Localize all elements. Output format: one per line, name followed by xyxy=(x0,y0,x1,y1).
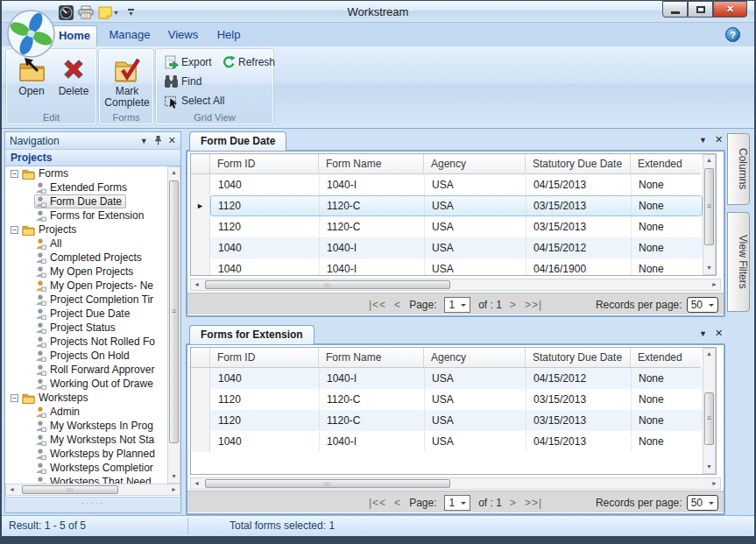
table-row[interactable]: 1040 1040-I USA 04/15/2012 None xyxy=(191,368,716,389)
scroll-left-icon[interactable]: ◄ xyxy=(191,279,202,291)
scroll-right-icon[interactable]: ► xyxy=(168,484,180,496)
column-header-extended[interactable]: Extended xyxy=(631,348,701,368)
note-icon[interactable]: ▼ xyxy=(97,4,120,21)
tree-item-my-open-projects[interactable]: My Open Projects xyxy=(34,265,134,279)
tree-item-projects-not-rolled[interactable]: Projects Not Rolled Fo xyxy=(34,335,156,349)
tree-item-roll-forward-approver[interactable]: Roll Forward Approver xyxy=(34,363,155,377)
tree-item-worksteps-by-planned[interactable]: Worksteps by Planned xyxy=(34,447,156,461)
scroll-right-icon[interactable]: ► xyxy=(709,478,720,490)
pager-prev-button[interactable]: < xyxy=(394,299,401,311)
print-icon[interactable] xyxy=(77,4,95,21)
tree-scrollbar-thumb[interactable] xyxy=(169,180,179,443)
table-row-selected[interactable]: ► 1120 1120-C USA 03/15/2013 None xyxy=(191,195,716,216)
panel-collapse-icon[interactable]: ▼ xyxy=(699,134,707,146)
side-tab-columns[interactable]: Columns xyxy=(727,133,750,205)
panel-collapse-icon[interactable]: ▼ xyxy=(699,328,707,340)
table-row[interactable]: 1040 1040-I USA 04/15/2013 None xyxy=(191,431,716,452)
tree-item-projects-on-hold[interactable]: Projects On Hold xyxy=(34,349,131,363)
table-row[interactable]: 1120 1120-C USA 03/15/2013 None xyxy=(191,410,716,431)
tree-item-form-due-date-selected[interactable]: Form Due Date xyxy=(34,194,126,208)
tree-item-worksteps[interactable]: Worksteps xyxy=(10,391,88,405)
pager-page-select[interactable]: 1 xyxy=(444,297,470,313)
collapse-expander-icon[interactable] xyxy=(11,170,18,178)
help-icon[interactable]: ? xyxy=(725,27,740,42)
tree-item-project-status[interactable]: Project Status xyxy=(34,321,117,335)
tree-item-worksteps-completion[interactable]: Worksteps Completior xyxy=(34,461,154,475)
pin-icon[interactable] xyxy=(154,135,162,147)
app-logo-icon[interactable] xyxy=(7,10,55,58)
tree-item-admin[interactable]: Admin xyxy=(34,405,81,419)
scroll-left-icon[interactable]: ◄ xyxy=(6,484,18,496)
table-row[interactable]: 1040 1040-I USA 04/15/2012 None xyxy=(191,237,716,258)
pager-next-button[interactable]: > xyxy=(510,497,517,509)
tree-item-all[interactable]: All xyxy=(34,237,62,251)
open-button[interactable]: Open xyxy=(11,53,53,110)
column-header-agency[interactable]: Agency xyxy=(424,154,526,174)
find-button[interactable]: Find xyxy=(164,73,201,90)
table-row[interactable]: 1040 1040-I USA 04/16/1900 None xyxy=(191,258,716,276)
navigation-section-header[interactable]: Projects xyxy=(5,150,180,166)
grid-hscrollbar-thumb[interactable] xyxy=(205,280,450,289)
column-header-form-id[interactable]: Form ID xyxy=(210,154,319,174)
scroll-down-icon[interactable]: ▼ xyxy=(703,263,715,274)
nav-splitter-grip[interactable]: ····· xyxy=(5,497,180,512)
pager-next-button[interactable]: > xyxy=(510,299,517,311)
delete-button[interactable]: Delete xyxy=(53,53,95,110)
tree-item-forms[interactable]: Forms xyxy=(10,166,69,180)
collapse-expander-icon[interactable] xyxy=(11,226,18,234)
pager-page-select[interactable]: 1 xyxy=(444,495,470,511)
pager-first-button[interactable]: |<< xyxy=(369,299,386,311)
panel-tab-forms-for-extension[interactable]: Forms for Extension xyxy=(189,325,314,344)
panel-close-icon[interactable]: ✕ xyxy=(168,135,176,146)
grid-vertical-scrollbar[interactable]: ▲ ▼ xyxy=(703,348,716,474)
mark-complete-button[interactable]: Mark Complete xyxy=(102,53,152,110)
column-header-agency[interactable]: Agency xyxy=(424,348,526,368)
pager-prev-button[interactable]: < xyxy=(394,497,401,509)
tree-horizontal-scrollbar[interactable]: ◄ ► xyxy=(5,484,180,496)
column-header-form-name[interactable]: Form Name xyxy=(319,348,424,368)
close-button[interactable]: ✕ xyxy=(713,1,747,18)
tab-views[interactable]: Views xyxy=(162,23,204,46)
records-per-page-select[interactable]: 50 xyxy=(687,495,718,511)
column-header-statutory-due-date[interactable]: Statutory Due Date xyxy=(526,154,631,174)
pager-last-button[interactable]: >>| xyxy=(525,299,542,311)
table-row[interactable]: 1120 1120-C USA 03/15/2013 None xyxy=(191,389,716,410)
tree-hscrollbar-thumb[interactable] xyxy=(22,485,118,494)
grid-vertical-scrollbar[interactable]: ▲ ▼ xyxy=(703,154,716,275)
column-header-form-id[interactable]: Form ID xyxy=(210,348,319,368)
note-dropdown-icon[interactable]: ▼ xyxy=(113,10,119,16)
scroll-down-icon[interactable]: ▼ xyxy=(168,471,180,483)
gauge-icon[interactable] xyxy=(58,4,74,21)
tree-item-my-worksteps-not-started[interactable]: My Worksteps Not Sta xyxy=(34,433,155,447)
column-header-extended[interactable]: Extended xyxy=(631,154,701,174)
tab-manage[interactable]: Manage xyxy=(104,23,155,46)
tree-item-extended-forms[interactable]: Extended Forms xyxy=(34,180,128,194)
tree-item-project-due-date[interactable]: Project Due Date xyxy=(34,307,131,321)
scroll-left-icon[interactable]: ◄ xyxy=(191,478,202,490)
tree-item-worksteps-that-need[interactable]: Worksteps That Need xyxy=(34,475,152,484)
tree-item-working-out-of-drawer[interactable]: Working Out of Drawe xyxy=(34,377,154,391)
scroll-up-icon[interactable]: ▲ xyxy=(703,155,715,166)
export-button[interactable]: Export xyxy=(164,53,212,71)
panel-close-icon[interactable]: ✕ xyxy=(715,134,723,146)
column-header-statutory-due-date[interactable]: Statutory Due Date xyxy=(526,348,631,368)
grid-scrollbar-thumb[interactable] xyxy=(704,392,714,445)
scroll-up-icon[interactable]: ▲ xyxy=(168,167,180,179)
scroll-down-icon[interactable]: ▼ xyxy=(703,462,715,473)
panel-menu-chevron-icon[interactable]: ▼ xyxy=(140,137,148,145)
scroll-up-icon[interactable]: ▲ xyxy=(703,349,715,360)
side-tab-view-filters[interactable]: View Filters xyxy=(727,212,750,312)
grid-horizontal-scrollbar[interactable]: ◄ ► xyxy=(190,477,721,490)
records-per-page-select[interactable]: 50 xyxy=(687,297,718,313)
grid-hscrollbar-thumb[interactable] xyxy=(205,479,450,488)
panel-close-icon[interactable]: ✕ xyxy=(715,328,723,340)
tree-item-forms-for-extension[interactable]: Forms for Extension xyxy=(34,208,145,223)
grid-scrollbar-thumb[interactable] xyxy=(704,168,714,245)
tree-vertical-scrollbar[interactable]: ▲ ▼ xyxy=(167,166,180,484)
pager-first-button[interactable]: |<< xyxy=(369,497,386,509)
pager-last-button[interactable]: >>| xyxy=(525,497,542,509)
tree-item-projects[interactable]: Projects xyxy=(10,223,77,237)
tree-item-my-open-projects-new[interactable]: My Open Projects- Ne xyxy=(34,279,154,293)
select-all-button[interactable]: Select All xyxy=(164,92,224,110)
tree-item-my-worksteps-in-progress[interactable]: My Worksteps In Prog xyxy=(34,419,154,433)
